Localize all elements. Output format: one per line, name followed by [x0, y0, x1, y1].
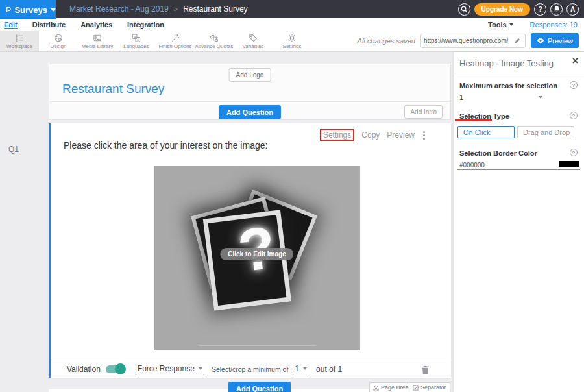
- panel-title: Heatmap - Image Testing: [459, 58, 554, 68]
- close-panel-button[interactable]: ×: [572, 56, 578, 66]
- selection-type-help-icon[interactable]: ?: [570, 112, 578, 119]
- toolbar-item-languages[interactable]: aA Languages: [117, 31, 156, 51]
- save-status: All changes saved: [358, 37, 415, 45]
- survey-title[interactable]: Restaurant Survey: [62, 82, 164, 96]
- upgrade-now-button[interactable]: Upgrade Now: [474, 3, 530, 16]
- toolbar-item-design[interactable]: Design: [39, 31, 78, 51]
- notifications-button[interactable]: [550, 3, 563, 16]
- validation-row: Validation Force Response Select/crop a …: [51, 360, 451, 378]
- placeholder-caption-line: [199, 345, 316, 346]
- bell-icon: [554, 6, 560, 13]
- tools-label: Tools: [488, 21, 507, 29]
- question-settings-link[interactable]: Settings: [320, 129, 354, 141]
- chevron-down-icon: [199, 367, 202, 370]
- top-bar: Market Research - Aug 2019 > Restaurant …: [0, 0, 584, 18]
- selection-type-drag-drop-button[interactable]: Drag and Drop: [517, 126, 574, 138]
- heatmap-image-placeholder[interactable]: ? Click to Edit Image: [154, 166, 360, 350]
- tab-analytics[interactable]: Analytics: [80, 21, 112, 29]
- border-color-label: Selection Border Color: [459, 149, 537, 157]
- product-switcher[interactable]: Surveys: [0, 0, 56, 19]
- chevron-down-icon: [303, 367, 307, 370]
- selection-type-on-click-button[interactable]: On Click: [457, 126, 515, 138]
- chevron-down-icon: [51, 8, 56, 12]
- toolbar-item-label: Advance Quotas: [195, 43, 233, 49]
- workspace-icon: [14, 33, 25, 43]
- toolbar-item-label: Media Library: [82, 43, 113, 49]
- separator-button[interactable]: Separator: [409, 382, 450, 392]
- survey-url-field: [420, 34, 526, 48]
- toggle-knob: [115, 363, 126, 374]
- toolbar-item-label: Settings: [283, 43, 302, 49]
- toolbar-item-media-library[interactable]: Media Library: [78, 31, 117, 51]
- toolbar-item-finish-options[interactable]: Finish Options: [156, 31, 195, 51]
- question-actions: Settings Copy Preview: [320, 129, 426, 141]
- header-actions-row: Add Question Add Intro: [49, 101, 450, 119]
- question-card: Settings Copy Preview Please click the a…: [49, 123, 451, 378]
- svg-text:a: a: [134, 34, 136, 38]
- breadcrumb: Market Research - Aug 2019 > Restaurant …: [69, 0, 248, 18]
- out-of-text: out of 1: [316, 365, 342, 374]
- validation-label: Validation: [67, 365, 101, 374]
- toolbar-item-label: Finish Options: [158, 43, 191, 49]
- toolbar-item-workspace[interactable]: Workspace: [0, 31, 39, 51]
- pencil-icon: [514, 38, 520, 44]
- minimum-value-select[interactable]: 1: [293, 364, 308, 374]
- tab-distribute[interactable]: Distribute: [32, 21, 66, 29]
- tag-icon: [248, 33, 258, 43]
- minimum-value: 1: [295, 364, 299, 373]
- border-color-swatch[interactable]: [559, 161, 579, 167]
- topbar-actions: Upgrade Now ? A: [458, 0, 579, 18]
- chevron-down-icon: [539, 96, 542, 99]
- max-areas-help-icon[interactable]: ?: [570, 81, 578, 89]
- kebab-menu-icon[interactable]: [422, 130, 426, 141]
- breadcrumb-current: Restaurant Survey: [183, 5, 247, 14]
- question-text[interactable]: Please click the area of your interest o…: [64, 140, 267, 151]
- scissors-icon: [373, 385, 379, 391]
- responses-count[interactable]: Responses: 19: [530, 21, 578, 29]
- validation-rule-value: Force Response: [138, 364, 195, 373]
- validation-rule-select[interactable]: Force Response: [136, 364, 204, 374]
- border-color-value[interactable]: #000000: [459, 162, 485, 169]
- help-button[interactable]: ?: [534, 3, 546, 16]
- toolbar-item-settings[interactable]: Settings: [273, 31, 311, 51]
- tab-edit[interactable]: Edit: [4, 21, 18, 29]
- add-intro-button[interactable]: Add Intro: [404, 105, 443, 119]
- max-areas-label: Maximum areas for selection: [459, 82, 557, 90]
- max-areas-value: 1: [459, 93, 463, 101]
- toolbar-item-variables[interactable]: Variables: [234, 31, 273, 51]
- page-break-label: Page Break: [381, 384, 411, 391]
- question-preview-link[interactable]: Preview: [387, 130, 415, 140]
- gear-icon: [287, 33, 297, 43]
- survey-url-input[interactable]: [421, 37, 511, 44]
- validation-toggle[interactable]: [106, 365, 125, 373]
- avatar[interactable]: A: [566, 3, 579, 16]
- search-button[interactable]: [458, 3, 470, 16]
- minimum-select-text: Select/crop a minimum of: [212, 365, 288, 373]
- toolbar-item-label: Languages: [123, 43, 149, 49]
- media-library-icon: [92, 33, 103, 43]
- question-copy-link[interactable]: Copy: [361, 130, 380, 140]
- chevron-down-icon: [509, 23, 513, 26]
- preview-button[interactable]: Preview: [531, 33, 579, 48]
- divider: [454, 73, 584, 73]
- toolbar-item-label: Variables: [243, 43, 264, 49]
- add-logo-button[interactable]: Add Logo: [229, 68, 271, 82]
- add-question-button-top[interactable]: Add Question: [219, 105, 281, 119]
- questionpro-logo-icon: [5, 5, 11, 15]
- click-to-edit-image-button[interactable]: Click to Edit Image: [220, 248, 293, 260]
- tab-integration[interactable]: Integration: [127, 21, 164, 29]
- editor-toolbar: Workspace Design Media Library aA Langua…: [0, 31, 584, 52]
- add-question-button-bottom[interactable]: Add Question: [228, 382, 291, 392]
- max-areas-select[interactable]: 1: [459, 93, 544, 101]
- color-field-underline: [457, 169, 580, 170]
- toolbar-item-advance-quotas[interactable]: Advance Quotas: [195, 31, 234, 51]
- tools-menu[interactable]: Tools: [488, 21, 513, 29]
- svg-text:A: A: [137, 38, 140, 42]
- quota-links-icon: [209, 33, 219, 43]
- breadcrumb-parent[interactable]: Market Research - Aug 2019: [69, 5, 169, 14]
- app-window: Market Research - Aug 2019 > Restaurant …: [0, 0, 584, 392]
- question-settings-panel: Heatmap - Image Testing × Maximum areas …: [454, 52, 584, 392]
- border-color-help-icon[interactable]: ?: [570, 149, 578, 156]
- delete-question-button[interactable]: [421, 365, 430, 376]
- edit-url-button[interactable]: [511, 35, 524, 47]
